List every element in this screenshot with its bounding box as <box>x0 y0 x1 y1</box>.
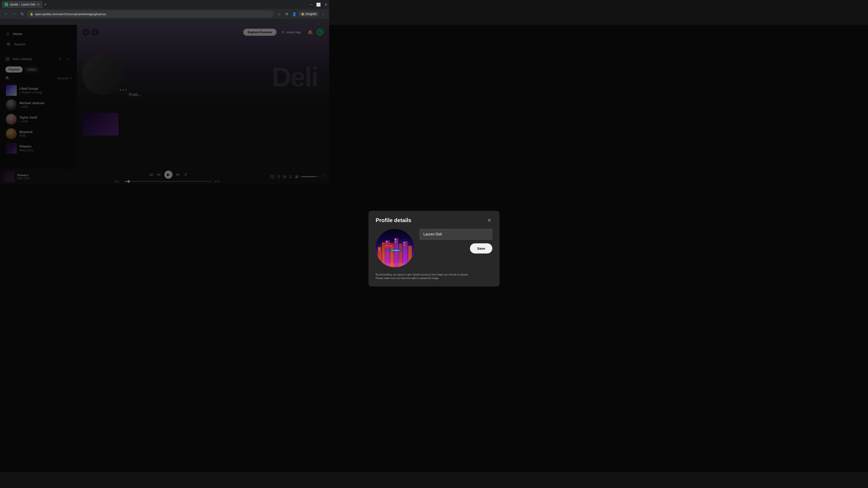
tab-close-button[interactable]: ✕ <box>37 3 40 6</box>
url-text: open.spotify.com/user/31onzvojmamwlowqpz… <box>35 12 106 16</box>
modal-overlay: Profile details ✕ <box>77 25 329 184</box>
browser-toolbar: ← → ↻ 🔒 open.spotify.com/user/31onzvojma… <box>0 9 329 19</box>
minimize-button[interactable]: ─ <box>310 2 313 6</box>
close-button[interactable]: ✕ <box>324 2 327 7</box>
back-button[interactable]: ← <box>3 11 9 17</box>
browser-actions: ☆ ⧉ 👤 🕵 Incognito ⋮ <box>276 11 327 17</box>
incognito-label: Incognito <box>305 12 316 15</box>
tab-title: Spotify – Lauren Deli <box>10 3 35 6</box>
incognito-icon: 🕵 <box>301 12 305 15</box>
profile-button[interactable]: 👤 <box>291 11 298 17</box>
reload-button[interactable]: ↻ <box>19 11 25 17</box>
browser-titlebar: S Spotify – Lauren Deli ✕ + ─ ⬜ ✕ <box>0 0 329 9</box>
menu-button[interactable]: ⋮ <box>320 11 327 17</box>
lock-icon: 🔒 <box>30 12 33 15</box>
spotify-favicon: S <box>4 3 8 6</box>
restore-button[interactable]: ⬜ <box>316 2 321 7</box>
extension-button[interactable]: ⧉ <box>283 11 290 17</box>
address-bar[interactable]: 🔒 open.spotify.com/user/31onzvojmamwlowq… <box>27 10 274 18</box>
main-content: ‹ › Explore Premium ⬇ Install App 🔔 L De… <box>77 25 329 184</box>
browser-tab[interactable]: S Spotify – Lauren Deli ✕ <box>2 1 42 8</box>
forward-button[interactable]: → <box>11 11 17 17</box>
new-tab-button[interactable]: + <box>44 2 47 7</box>
bookmark-button[interactable]: ☆ <box>276 11 282 17</box>
incognito-badge: 🕵 Incognito <box>299 11 319 17</box>
browser-chrome: S Spotify – Lauren Deli ✕ + ─ ⬜ ✕ ← → ↻ … <box>0 0 329 25</box>
